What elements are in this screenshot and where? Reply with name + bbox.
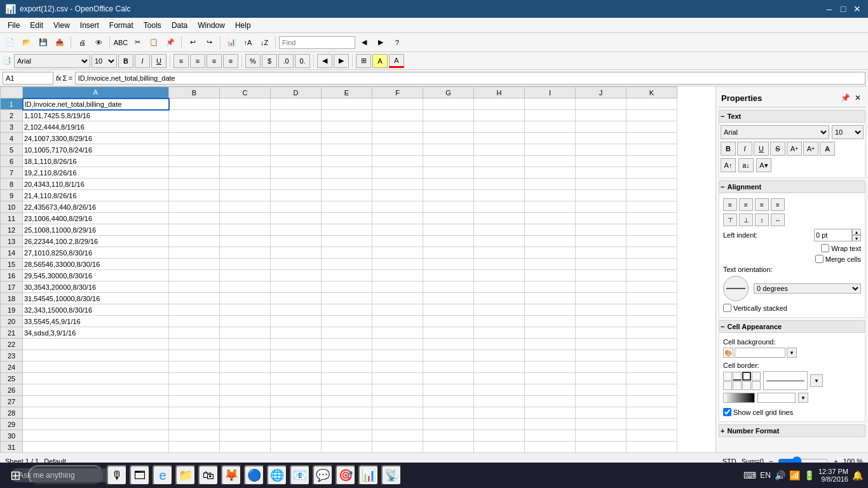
table-row[interactable] <box>169 384 220 396</box>
row-header-30[interactable]: 30 <box>1 430 23 442</box>
font-size-selector[interactable]: 10 <box>92 54 117 68</box>
col-header-g[interactable]: G <box>423 87 474 98</box>
table-row[interactable] <box>322 430 372 442</box>
table-row[interactable] <box>627 396 677 407</box>
table-row[interactable] <box>474 190 525 201</box>
table-row[interactable] <box>627 98 677 110</box>
table-row[interactable] <box>372 442 423 453</box>
table-row[interactable] <box>372 339 423 350</box>
table-row[interactable] <box>23 430 169 442</box>
border-right[interactable] <box>733 381 742 390</box>
row-header-1[interactable]: 1 <box>1 98 23 110</box>
percent-btn[interactable]: % <box>245 54 261 68</box>
row-header-7[interactable]: 7 <box>1 167 23 179</box>
table-row[interactable] <box>474 362 525 373</box>
orientation-dial[interactable] <box>723 276 749 301</box>
table-row[interactable] <box>576 179 627 190</box>
show-grid-lines-checkbox[interactable] <box>723 408 731 416</box>
row-header-22[interactable]: 22 <box>1 339 23 350</box>
table-row[interactable] <box>322 213 372 224</box>
table-row[interactable] <box>474 156 525 167</box>
table-row[interactable] <box>322 144 372 156</box>
table-row[interactable] <box>525 98 576 110</box>
indent-input[interactable]: 0 pt <box>814 229 852 241</box>
col-header-i[interactable]: I <box>525 87 576 98</box>
col-header-c[interactable]: C <box>220 87 271 98</box>
table-row[interactable] <box>23 384 169 396</box>
table-row[interactable] <box>220 247 271 259</box>
table-row[interactable] <box>423 247 474 259</box>
table-row[interactable] <box>423 350 474 362</box>
align-left-btn[interactable]: ≡ <box>173 54 189 68</box>
table-row[interactable] <box>322 224 372 236</box>
vert-stacked-checkbox[interactable] <box>723 304 731 312</box>
table-row[interactable] <box>372 396 423 407</box>
table-row[interactable] <box>474 224 525 236</box>
row-header-26[interactable]: 26 <box>1 384 23 396</box>
paste-btn[interactable]: 📌 <box>163 35 178 50</box>
borders-btn[interactable]: ⊞ <box>356 54 371 68</box>
table-row[interactable] <box>627 167 677 179</box>
table-row[interactable] <box>627 384 677 396</box>
table-row[interactable] <box>169 213 220 224</box>
table-row[interactable] <box>576 430 627 442</box>
table-row[interactable] <box>525 236 576 247</box>
table-row[interactable] <box>525 327 576 339</box>
row-header-12[interactable]: 12 <box>1 224 23 236</box>
table-row[interactable]: 27,1010,8250,8/30/16 <box>23 247 169 259</box>
table-row[interactable] <box>576 419 627 430</box>
row-header-2[interactable]: 2 <box>1 110 23 121</box>
table-row[interactable] <box>372 350 423 362</box>
table-row[interactable] <box>627 316 677 327</box>
table-row[interactable] <box>525 407 576 419</box>
bg-color-btn[interactable]: A <box>372 54 388 68</box>
table-row[interactable] <box>220 213 271 224</box>
table-row[interactable] <box>423 236 474 247</box>
table-row[interactable] <box>169 179 220 190</box>
table-row[interactable] <box>271 247 322 259</box>
row-header-19[interactable]: 19 <box>1 304 23 316</box>
table-row[interactable] <box>322 362 372 373</box>
table-row[interactable]: 31,54545,10000,8/30/16 <box>23 293 169 304</box>
table-row[interactable] <box>322 373 372 384</box>
table-row[interactable] <box>525 281 576 293</box>
col-header-a[interactable]: A <box>23 87 169 98</box>
table-row[interactable] <box>423 442 474 453</box>
task-view-btn[interactable]: 🗔 <box>130 465 150 485</box>
table-row[interactable] <box>271 419 322 430</box>
table-row[interactable] <box>169 304 220 316</box>
table-row[interactable] <box>525 179 576 190</box>
indent-up-btn[interactable]: ▲ <box>852 229 861 235</box>
table-row[interactable] <box>372 179 423 190</box>
table-row[interactable] <box>576 110 627 121</box>
table-row[interactable] <box>220 293 271 304</box>
table-row[interactable] <box>576 270 627 281</box>
table-row[interactable] <box>576 259 627 270</box>
table-row[interactable] <box>525 396 576 407</box>
table-row[interactable] <box>423 156 474 167</box>
table-row[interactable] <box>474 247 525 259</box>
table-row[interactable] <box>474 339 525 350</box>
table-row[interactable]: 25,1008,11000,8/29/16 <box>23 224 169 236</box>
edge-btn[interactable]: e <box>153 465 173 485</box>
table-row[interactable] <box>474 270 525 281</box>
table-row[interactable] <box>271 133 322 144</box>
find-input[interactable] <box>279 36 355 49</box>
table-row[interactable] <box>576 442 627 453</box>
table-row[interactable] <box>627 224 677 236</box>
indent-more-btn[interactable]: ▶ <box>334 54 349 68</box>
export-btn[interactable]: 📤 <box>52 35 67 50</box>
save-btn[interactable]: 💾 <box>36 35 51 50</box>
row-header-16[interactable]: 16 <box>1 270 23 281</box>
table-row[interactable] <box>220 110 271 121</box>
table-row[interactable] <box>576 167 627 179</box>
table-row[interactable] <box>423 430 474 442</box>
table-row[interactable] <box>220 339 271 350</box>
cortana-btn[interactable]: 🎙 <box>107 465 127 485</box>
table-row[interactable] <box>576 201 627 213</box>
explorer-btn[interactable]: 📁 <box>175 465 196 485</box>
table-row[interactable] <box>423 270 474 281</box>
table-row[interactable] <box>372 259 423 270</box>
indent-down-btn[interactable]: ▼ <box>852 235 861 241</box>
table-row[interactable]: 34,sdsd,3,9/1/16 <box>23 327 169 339</box>
